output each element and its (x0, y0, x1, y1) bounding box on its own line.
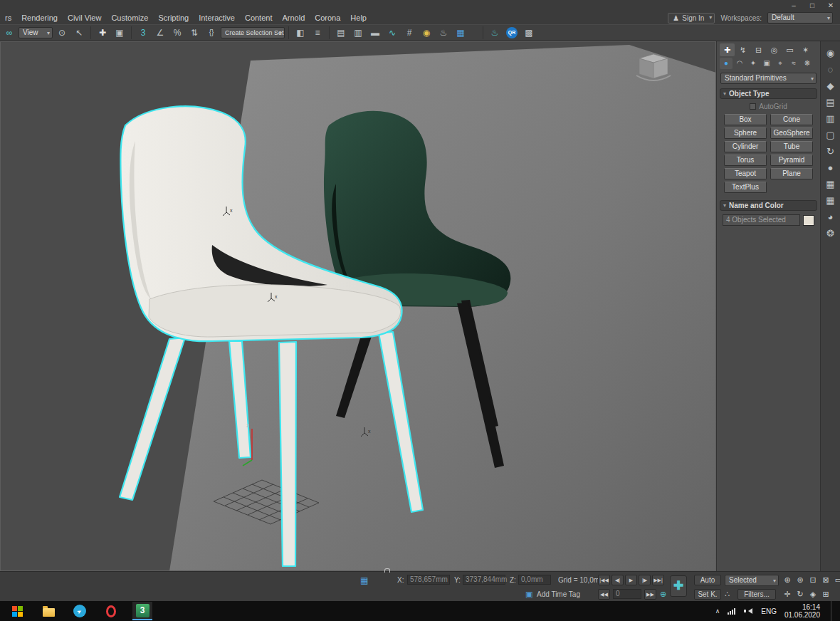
plane-button[interactable]: Plane (770, 168, 813, 179)
rendered-frame-icon[interactable]: ▦ (453, 26, 468, 40)
angle-snap-icon[interactable]: ∠ (152, 26, 168, 40)
snaps-toggle-icon[interactable]: 3 (135, 26, 151, 40)
zoom-extents-all-icon[interactable]: ⊠ (820, 575, 831, 585)
select-and-manipulate-icon[interactable]: ↖ (71, 26, 87, 40)
menu-help[interactable]: Help (345, 11, 372, 24)
tab-display[interactable]: ▭ (782, 43, 797, 56)
ball-icon[interactable]: ● (823, 160, 839, 175)
category-shapes[interactable]: ◠ (733, 58, 746, 69)
keyboard-override-icon[interactable]: ▣ (112, 26, 127, 40)
name-and-color-rollout-header[interactable]: Name and Color (720, 200, 817, 211)
select-and-move-icon[interactable]: ✚ (95, 26, 110, 40)
category-geometry[interactable]: ● (720, 58, 733, 69)
corona-interactive-icon[interactable]: QR (506, 27, 518, 38)
clock[interactable]: 16:14 01.06.2020 (784, 603, 820, 619)
speaker-icon[interactable] (744, 607, 753, 615)
category-helpers[interactable]: ⌖ (774, 58, 787, 69)
render-production-icon[interactable]: ♨ (487, 26, 503, 40)
maximize-button[interactable]: □ (803, 1, 821, 11)
gizmo-toggle-icon[interactable]: ◈ (807, 589, 819, 600)
primitive-category-dropdown[interactable]: Standard Primitives (720, 73, 817, 84)
zoom-extents-icon[interactable]: ⊡ (807, 575, 819, 585)
tube-button[interactable]: Tube (770, 141, 813, 152)
telegram-button[interactable]: ➤ (70, 602, 90, 620)
scene-explorer-icon[interactable]: ▤ (333, 26, 349, 40)
panel-icon[interactable]: ▥ (823, 111, 839, 126)
3ds-max-taskbar-button[interactable]: 3 (132, 602, 152, 620)
mirror-icon[interactable]: ◧ (293, 26, 308, 40)
pan-icon[interactable]: ✛ (782, 589, 793, 600)
tray-expand-icon[interactable]: ∧ (715, 607, 720, 615)
menu-customize[interactable]: Customize (106, 11, 153, 24)
zoom-icon[interactable]: ⊕ (782, 575, 793, 585)
geosphere-button[interactable]: GeoSphere (770, 127, 813, 139)
z-coordinate-field[interactable]: 0,0mm (518, 575, 551, 585)
book-icon[interactable]: ▤ (823, 95, 839, 110)
start-button[interactable] (7, 602, 27, 620)
language-indicator[interactable]: ENG (761, 607, 777, 615)
teapot-button[interactable]: Teapot (724, 168, 767, 179)
render-setup-icon[interactable]: ♨ (436, 26, 451, 40)
menu-rendering[interactable]: Rendering (16, 11, 63, 24)
sign-in-button[interactable]: ♟ Sign In (668, 13, 715, 24)
set-key-button[interactable]: Set K. (694, 589, 721, 600)
category-cameras[interactable]: ▣ (760, 58, 773, 69)
show-desktop-button[interactable] (831, 601, 834, 621)
named-selection-sets-icon[interactable]: {} (204, 26, 219, 40)
file-explorer-button[interactable] (38, 602, 58, 620)
minimize-button[interactable]: – (784, 1, 803, 11)
go-to-end-button[interactable]: ▶▶| (652, 575, 664, 585)
workspaces-dropdown[interactable]: Default (767, 12, 833, 24)
auto-key-button[interactable]: Auto (694, 575, 721, 585)
textplus-button[interactable]: TextPlus (724, 182, 767, 193)
menu-corona[interactable]: Corona (310, 11, 345, 24)
menu-interactive[interactable]: Interactive (194, 11, 240, 24)
page-icon[interactable]: ▢ (823, 127, 839, 142)
schematic-view-icon[interactable]: # (401, 26, 417, 40)
layer-explorer-icon[interactable]: ▥ (350, 26, 366, 40)
align-icon[interactable]: ≡ (310, 26, 325, 40)
go-to-start-button[interactable]: |◀◀ (598, 575, 610, 585)
filters-button[interactable]: Filters... (737, 589, 776, 600)
bulb-icon[interactable]: ❂ (823, 226, 839, 241)
y-coordinate-field[interactable]: 3737,844mm (463, 575, 505, 585)
torus-button[interactable]: Torus (724, 155, 767, 166)
compass-icon[interactable]: ◉ (823, 46, 839, 61)
key-filter-icon[interactable]: ∴ (725, 590, 730, 599)
category-spacewarps[interactable]: ≈ (787, 58, 800, 69)
add-time-tag-button[interactable]: Add Time Tag (537, 590, 580, 598)
grid-green-icon[interactable]: ▦ (823, 177, 839, 192)
play-button[interactable]: ▶ (625, 575, 637, 585)
category-systems[interactable]: ❋ (801, 58, 814, 69)
reference-coordinate-dropdown[interactable]: View (19, 27, 53, 38)
object-color-swatch[interactable] (803, 215, 814, 226)
previous-frame-button[interactable]: ◀| (611, 575, 624, 585)
category-lights[interactable]: ✦ (747, 58, 760, 69)
tab-modify[interactable]: ↯ (735, 43, 750, 56)
object-type-rollout-header[interactable]: Object Type (720, 88, 817, 99)
grid-teal-icon[interactable]: ▦ (823, 193, 839, 208)
material-editor-icon[interactable]: ◉ (419, 26, 434, 40)
maximize-viewport-icon[interactable]: ⊞ (820, 589, 831, 600)
menu-content[interactable]: Content (240, 11, 278, 24)
zoom-region-icon[interactable]: ▭ (833, 575, 840, 585)
create-selection-set-field[interactable]: Create Selection Set (221, 27, 285, 38)
object-name-field[interactable]: 4 Objects Selected (723, 214, 800, 226)
sphere-button[interactable]: Sphere (724, 127, 767, 139)
close-button[interactable]: ✕ (821, 1, 840, 11)
opera-button[interactable] (101, 602, 121, 620)
tab-hierarchy[interactable]: ⊟ (751, 43, 766, 56)
ui-layout-icon[interactable]: ▦ (360, 575, 368, 585)
ribbon-icon[interactable]: ▬ (367, 26, 383, 40)
current-frame-field[interactable]: 0 (613, 589, 641, 599)
perspective-viewport[interactable]: z x x x (0, 41, 716, 571)
menu-arnold[interactable]: Arnold (277, 11, 310, 24)
key-mode-toggle-icon[interactable]: ⊕ (660, 590, 666, 599)
x-coordinate-field[interactable]: 578,657mm (407, 575, 450, 585)
state-sets-icon[interactable]: ▩ (521, 26, 537, 40)
tab-motion[interactable]: ◎ (767, 43, 782, 56)
set-keys-button[interactable]: ✚ (670, 575, 687, 597)
next-key-button[interactable]: ▶▶ (644, 589, 656, 600)
cylinder-button[interactable]: Cylinder (724, 141, 767, 152)
tab-create[interactable]: ✚ (720, 43, 735, 56)
